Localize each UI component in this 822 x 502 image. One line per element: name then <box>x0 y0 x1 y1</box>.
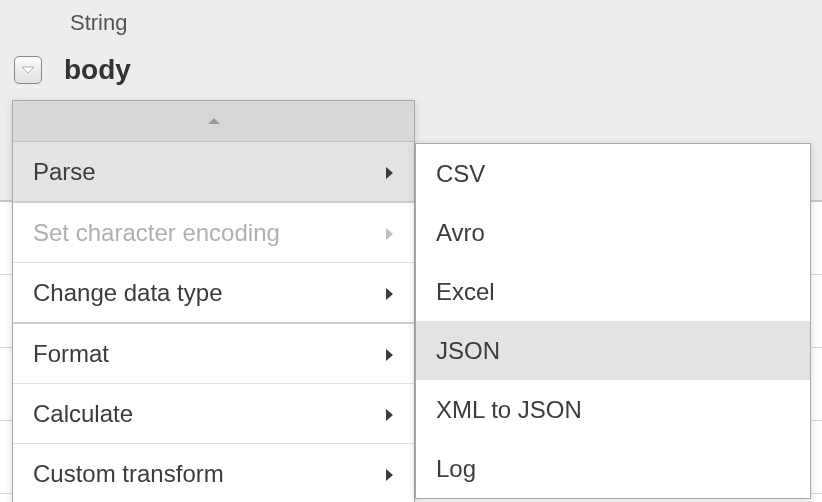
column-header: String body <box>0 0 822 86</box>
submenu-item-label: CSV <box>436 160 485 188</box>
menu-item-label: Calculate <box>33 400 133 428</box>
chevron-down-icon <box>21 65 35 75</box>
column-type-label: String <box>70 10 822 36</box>
submenu-arrow-icon <box>384 460 394 488</box>
submenu-item-label: XML to JSON <box>436 396 582 424</box>
submenu-arrow-icon <box>384 400 394 428</box>
submenu-item-json[interactable]: JSON <box>416 321 810 380</box>
menu-item-set-character-encoding: Set character encoding <box>13 203 414 262</box>
submenu-item-excel[interactable]: Excel <box>416 262 810 321</box>
parse-submenu: CSV Avro Excel JSON XML to JSON Log <box>415 143 811 499</box>
menu-item-format[interactable]: Format <box>13 324 414 383</box>
menu-item-custom-transform[interactable]: Custom transform <box>13 444 414 502</box>
submenu-item-log[interactable]: Log <box>416 439 810 498</box>
submenu-item-label: Avro <box>436 219 485 247</box>
column-context-menu: Parse Set character encoding Change data… <box>12 100 415 502</box>
submenu-item-label: Log <box>436 455 476 483</box>
submenu-item-csv[interactable]: CSV <box>416 144 810 203</box>
column-name: body <box>64 54 131 86</box>
menu-item-label: Set character encoding <box>33 219 280 247</box>
submenu-item-label: Excel <box>436 278 495 306</box>
chevron-up-icon <box>206 116 222 126</box>
submenu-arrow-icon <box>384 219 394 247</box>
menu-collapse-row[interactable] <box>13 101 414 142</box>
menu-item-label: Change data type <box>33 279 222 307</box>
menu-item-label: Parse <box>33 158 96 186</box>
menu-item-parse[interactable]: Parse <box>13 142 414 201</box>
menu-item-label: Custom transform <box>33 460 224 488</box>
submenu-item-xml-to-json[interactable]: XML to JSON <box>416 380 810 439</box>
column-menu-toggle[interactable] <box>14 56 42 84</box>
submenu-arrow-icon <box>384 158 394 186</box>
menu-item-change-data-type[interactable]: Change data type <box>13 263 414 322</box>
submenu-arrow-icon <box>384 340 394 368</box>
submenu-arrow-icon <box>384 279 394 307</box>
submenu-item-avro[interactable]: Avro <box>416 203 810 262</box>
submenu-item-label: JSON <box>436 337 500 365</box>
menu-item-calculate[interactable]: Calculate <box>13 384 414 443</box>
menu-item-label: Format <box>33 340 109 368</box>
